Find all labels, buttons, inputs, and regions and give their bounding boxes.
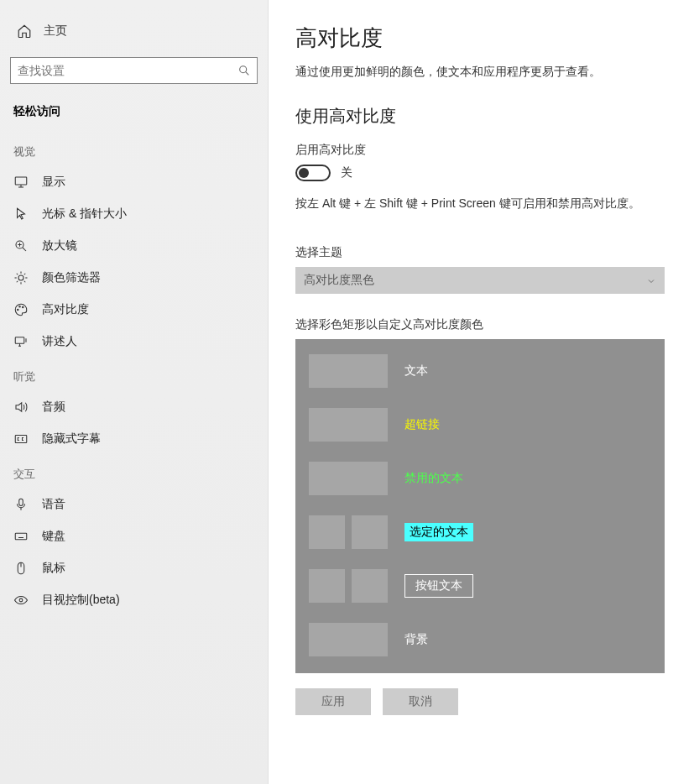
narrator-icon: [13, 334, 29, 349]
sidebar-item-label: 音频: [42, 400, 65, 415]
search-container: [10, 57, 258, 84]
sidebar-item-eye-control[interactable]: 目视控制(beta): [0, 584, 268, 616]
theme-select-value: 高对比度黑色: [304, 273, 374, 288]
sidebar-item-label: 光标 & 指针大小: [42, 206, 127, 222]
swatch-button-bg[interactable]: [352, 569, 388, 603]
swatch-button-fg[interactable]: [309, 569, 345, 603]
sidebar-item-magnifier[interactable]: 放大镜: [0, 230, 268, 262]
color-label-button: 按钮文本: [404, 574, 473, 598]
chevron-down-icon: [646, 275, 656, 285]
svg-point-20: [23, 306, 24, 308]
captions-icon: [13, 431, 29, 447]
sidebar-item-label: 颜色筛选器: [42, 270, 101, 285]
search-input[interactable]: [10, 57, 258, 84]
swatch-hyperlink[interactable]: [309, 408, 388, 442]
section-heading-use: 使用高对比度: [295, 105, 667, 128]
svg-point-19: [19, 306, 21, 308]
swatch-selected-fg[interactable]: [309, 515, 345, 549]
sidebar-item-narrator[interactable]: 讲述人: [0, 326, 268, 358]
sidebar-item-voice[interactable]: 语音: [0, 489, 268, 520]
swatch-background[interactable]: [309, 623, 388, 656]
sidebar-item-high-contrast[interactable]: 高对比度: [0, 294, 268, 326]
sidebar-item-display[interactable]: 显示: [0, 166, 268, 198]
palette-icon: [13, 302, 29, 317]
cursor-icon: [13, 206, 29, 222]
color-label-background: 背景: [404, 632, 428, 647]
sidebar-item-label: 高对比度: [42, 302, 89, 317]
color-label-text: 文本: [404, 363, 428, 379]
sidebar-item-label: 讲述人: [42, 334, 77, 349]
eye-icon: [13, 593, 29, 608]
cancel-button[interactable]: 取消: [383, 688, 458, 715]
sidebar-item-label: 键盘: [42, 529, 65, 544]
sidebar-item-color-filters[interactable]: 颜色筛选器: [0, 262, 268, 294]
shortcut-hint: 按左 Alt 键 + 左 Shift 键 + Print Screen 键可启用…: [295, 196, 667, 212]
sidebar-item-cursor[interactable]: 光标 & 指针大小: [0, 198, 268, 230]
category-title: 轻松访问: [0, 99, 268, 133]
enable-label: 启用高对比度: [295, 143, 667, 158]
monitor-icon: [13, 175, 29, 190]
apply-button[interactable]: 应用: [295, 688, 371, 715]
sidebar-item-label: 语音: [42, 497, 65, 512]
theme-select[interactable]: 高对比度黑色: [295, 267, 665, 294]
swatch-selected-bg[interactable]: [352, 515, 388, 549]
brightness-icon: [13, 270, 29, 285]
svg-point-34: [19, 598, 23, 602]
sidebar-item-label: 目视控制(beta): [42, 593, 120, 608]
swatch-disabled[interactable]: [309, 462, 388, 495]
svg-point-0: [240, 66, 247, 73]
color-label-selected: 选定的文本: [404, 523, 473, 541]
magnifier-icon: [13, 238, 29, 253]
svg-rect-25: [19, 499, 23, 505]
mic-icon: [13, 497, 29, 512]
svg-rect-21: [15, 337, 24, 344]
home-icon: [17, 24, 32, 39]
group-label-interaction: 交互: [0, 455, 268, 489]
sidebar-item-label: 显示: [42, 175, 65, 190]
svg-line-8: [23, 248, 26, 251]
sidebar-item-label: 隐藏式字幕: [42, 431, 101, 447]
toggle-knob: [299, 168, 309, 178]
color-panel: 文本 超链接 禁用的文本 选定的文本 按钮文本 背景: [295, 339, 665, 673]
sidebar-item-keyboard[interactable]: 键盘: [0, 520, 268, 552]
toggle-state-label: 关: [341, 165, 352, 180]
svg-line-1: [246, 72, 249, 76]
group-label-vision: 视觉: [0, 133, 268, 166]
color-label-hyperlink: 超链接: [404, 417, 440, 432]
mouse-icon: [13, 561, 29, 576]
home-nav[interactable]: 主页: [0, 17, 268, 45]
group-label-hearing: 听觉: [0, 358, 268, 391]
svg-point-18: [18, 309, 19, 311]
svg-line-14: [17, 274, 18, 275]
sidebar-item-captions[interactable]: 隐藏式字幕: [0, 423, 268, 455]
svg-point-9: [18, 275, 23, 280]
sidebar-item-label: 鼠标: [42, 561, 65, 576]
page-description: 通过使用更加鲜明的颜色，使文本和应用程序更易于查看。: [295, 65, 667, 80]
color-label-disabled: 禁用的文本: [404, 471, 463, 486]
svg-rect-24: [15, 436, 27, 443]
home-label: 主页: [44, 24, 67, 39]
high-contrast-toggle[interactable]: [295, 165, 331, 181]
svg-line-15: [24, 281, 26, 283]
svg-line-16: [17, 281, 18, 283]
keyboard-icon: [13, 529, 29, 544]
svg-rect-2: [15, 177, 27, 185]
svg-line-17: [24, 274, 26, 275]
sidebar-item-label: 放大镜: [42, 238, 77, 253]
theme-select-label: 选择主题: [295, 245, 667, 260]
audio-icon: [13, 400, 29, 415]
sidebar-item-audio[interactable]: 音频: [0, 391, 268, 423]
svg-rect-27: [15, 533, 27, 540]
search-icon: [237, 64, 251, 77]
page-title: 高对比度: [295, 24, 667, 53]
swatch-text[interactable]: [309, 354, 388, 388]
sidebar-item-mouse[interactable]: 鼠标: [0, 552, 268, 584]
colors-panel-label: 选择彩色矩形以自定义高对比度颜色: [295, 317, 667, 332]
